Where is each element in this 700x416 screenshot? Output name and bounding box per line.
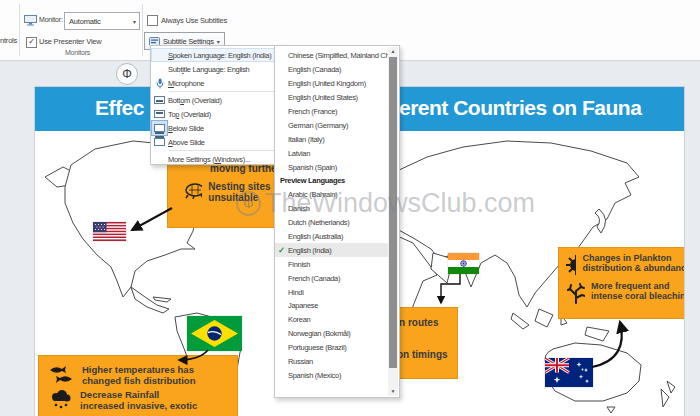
usa-flag: [93, 222, 126, 241]
scrollbar-thumb[interactable]: [389, 57, 397, 368]
check-icon: ✓: [278, 245, 288, 255]
menu-separator: [169, 150, 285, 151]
subtitle-settings-menu: Spoken Language: English (India) › Subti…: [150, 45, 288, 165]
language-option[interactable]: Norwegian (Bokmål): [275, 327, 388, 341]
language-option[interactable]: Arabic (Bahrain): [275, 188, 388, 202]
plankton-callout-item2-line2: intense coral bleaching: [591, 291, 684, 301]
monitor-combobox[interactable]: Automatic ▾: [64, 12, 140, 30]
menu-item-label: Microphone: [168, 79, 278, 88]
migration-callout-line1: n routes: [399, 317, 438, 328]
fish-icon: [46, 364, 76, 386]
monitors-group-label: Monitors: [20, 49, 135, 56]
menu-item-label: Subtitle Language: English: [168, 65, 278, 74]
position-below-slide-icon: [151, 121, 168, 135]
menu-item-label: Below Slide: [168, 124, 287, 133]
turtle-icon: [182, 181, 202, 199]
fish-callout-item2-line2: increased invasive, exotic: [80, 400, 197, 411]
menu-item-microphone[interactable]: Microphone ›: [151, 76, 287, 90]
menu-item-label: More Settings (Windows)...: [168, 155, 287, 164]
language-option[interactable]: Spanish (Spain): [275, 160, 388, 174]
menu-item-label: Top (Overlaid): [168, 110, 287, 119]
slide-title-fragment-right: erent Countries on Fauna: [399, 96, 641, 120]
language-option[interactable]: Chinese (Simplified, Mainland China): [275, 49, 388, 63]
plankton-callout-item1-line1: Changes in Plankton: [582, 253, 684, 263]
language-option[interactable]: English (Canada): [275, 63, 388, 77]
clipped-group-label: ntrols: [0, 36, 17, 45]
language-option[interactable]: Finnish: [275, 257, 388, 271]
plankton-icon: [564, 253, 576, 277]
language-option[interactable]: Russian: [275, 355, 388, 369]
menu-item-bottom-overlaid[interactable]: Bottom (Overlaid): [151, 93, 287, 107]
scroll-up-icon[interactable]: ▲: [388, 47, 398, 56]
language-option[interactable]: Portuguese (Brazil): [275, 341, 388, 355]
menu-item-more-settings[interactable]: More Settings (Windows)...: [151, 152, 287, 166]
menu-item-top-overlaid[interactable]: Top (Overlaid): [151, 107, 287, 121]
chevron-down-icon: ▾: [217, 38, 220, 45]
fish-callout-item2-line1: Decrease Rainfall: [80, 389, 197, 400]
language-option[interactable]: Hindi: [275, 285, 388, 299]
monitor-label: Monitor:: [39, 16, 63, 23]
menu-separator: [169, 91, 285, 92]
position-bottom-overlaid-icon: [151, 96, 168, 104]
menu-item-below-slide[interactable]: Below Slide: [151, 121, 287, 135]
language-option[interactable]: French (Canada): [275, 271, 388, 285]
plankton-callout-item1-line2: distribution & abundance: [582, 263, 684, 273]
language-option[interactable]: English (United Kingdom): [275, 77, 388, 91]
submenu-scrollbar[interactable]: ▲ ▼: [388, 47, 398, 396]
fish-callout: Higher temperatures has changed fish dis…: [38, 355, 238, 416]
plankton-callout-item2-line1: More frequent and: [591, 281, 684, 291]
always-use-subtitles-label: Always Use Subtitles: [161, 16, 227, 25]
language-option-selected[interactable]: ✓ English (India): [275, 243, 388, 257]
menu-item-spoken-language[interactable]: Spoken Language: English (India) ›: [151, 48, 287, 62]
checkbox-unchecked-icon: [147, 15, 158, 26]
use-presenter-view-label: Use Presenter View: [39, 37, 102, 46]
language-option[interactable]: French (France): [275, 105, 388, 119]
coral-icon: [564, 281, 585, 305]
preview-languages-header: Preview Languages: [275, 174, 380, 188]
microphone-icon: [151, 78, 168, 89]
menu-item-label: Spoken Language: English (India): [168, 51, 278, 60]
australia-flag: [545, 358, 593, 387]
menu-item-above-slide[interactable]: Above Slide: [151, 135, 287, 149]
position-above-slide-icon: [151, 138, 168, 146]
menu-item-label: Bottom (Overlaid): [168, 96, 287, 105]
india-flag: [448, 253, 479, 274]
menu-item-subtitle-language[interactable]: Subtitle Language: English ›: [151, 62, 287, 76]
language-option[interactable]: Danish: [275, 202, 388, 216]
migration-callout-line2: on timings: [397, 349, 448, 360]
language-option[interactable]: Japanese: [275, 299, 388, 313]
language-option[interactable]: English (Australia): [275, 230, 388, 244]
language-option[interactable]: Italian (Italy): [275, 132, 388, 146]
language-option-label: English (India): [288, 246, 331, 255]
monitor-icon: [24, 15, 37, 26]
language-option[interactable]: English (United States): [275, 91, 388, 105]
plankton-callout: Changes in Plankton distribution & abund…: [558, 247, 684, 319]
group-divider: [142, 4, 143, 56]
fish-callout-item1-line1: Higher temperatures has: [82, 364, 195, 375]
language-option[interactable]: Dutch (Netherlands): [275, 216, 388, 230]
fish-callout-item1-line2: changed fish distribution: [82, 375, 195, 386]
language-option[interactable]: Korean: [275, 313, 388, 327]
language-option[interactable]: Spanish (Mexico): [275, 368, 388, 382]
checkbox-checked-icon: ✓: [26, 37, 37, 48]
slide-title-fragment-left: Effec: [95, 96, 144, 120]
chevron-down-icon: ▾: [133, 18, 139, 25]
position-top-overlaid-icon: [151, 110, 168, 118]
rain-cloud-icon: [48, 389, 74, 411]
menu-item-label: Above Slide: [168, 138, 287, 147]
powerpoint-slideshow-window: ntrols Monitor: Automatic ▾ ✓ Use Presen…: [0, 0, 700, 416]
monitor-combobox-value: Automatic: [65, 17, 133, 26]
migration-callout: n routes on timings: [394, 307, 458, 379]
windowsclub-logo-icon: Φ: [116, 63, 138, 85]
spoken-language-submenu: Chinese (Simplified, Mainland China) Eng…: [274, 45, 400, 398]
brazil-flag: [187, 316, 242, 351]
language-option[interactable]: German (Germany): [275, 118, 388, 132]
language-option[interactable]: Latvian: [275, 146, 388, 160]
scroll-down-icon[interactable]: ▼: [388, 387, 398, 396]
